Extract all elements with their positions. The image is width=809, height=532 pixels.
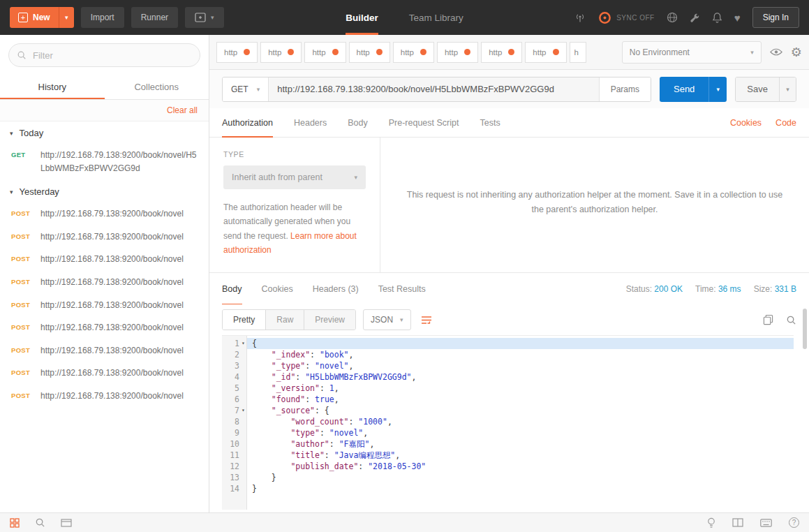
history-item[interactable]: POSThttp://192.168.79.138:9200/book/nove…	[0, 340, 209, 363]
request-tab-pre-request-script[interactable]: Pre-request Script	[389, 108, 459, 138]
response-tab-body[interactable]: Body	[222, 273, 242, 305]
code-line[interactable]: 10 "author": "F嘉阳",	[222, 438, 794, 450]
open-request-tab[interactable]: http	[304, 42, 346, 63]
history-item[interactable]: POSThttp://192.168.79.138:9200/book/nove…	[0, 226, 209, 249]
open-request-tab[interactable]: h	[570, 42, 586, 63]
response-tab-cookies[interactable]: Cookies	[262, 273, 293, 305]
code-line[interactable]: 14}	[222, 483, 794, 494]
history-item[interactable]: POSThttp://192.168.79.138:9200/book/nove…	[0, 249, 209, 272]
format-selector[interactable]: JSON ▾	[363, 309, 411, 330]
copy-response-button[interactable]	[763, 314, 773, 325]
view-mode-raw[interactable]: Raw	[265, 310, 304, 330]
history-item[interactable]: POSThttp://192.168.79.138:9200/book/nove…	[0, 362, 209, 385]
code-line[interactable]: 3 "_type": "novel",	[222, 360, 794, 371]
token: "2018-05-30"	[368, 461, 426, 471]
shortcuts-button[interactable]	[760, 519, 772, 527]
history-item[interactable]: POSThttp://192.168.79.138:9200/book/nove…	[0, 203, 209, 226]
code-line[interactable]: 1▾{	[222, 338, 794, 349]
vertical-scrollbar[interactable]	[803, 309, 807, 349]
history-item[interactable]: GEThttp://192.168.79.138:9200/book/novel…	[0, 145, 209, 180]
request-tab-headers[interactable]: Headers	[294, 108, 327, 138]
code-line[interactable]: 5 "_version": 1,	[222, 383, 794, 394]
response-tab-test-results[interactable]: Test Results	[378, 273, 426, 305]
code-line[interactable]: 13 }	[222, 472, 794, 483]
chevron-down-icon: ▾	[750, 49, 754, 56]
code-line[interactable]: 2 "_index": "book",	[222, 349, 794, 360]
sync-status[interactable]: SYNC OFF	[598, 10, 655, 25]
code-line[interactable]: 9 "type": "novel",	[222, 427, 794, 438]
send-button[interactable]: Send	[660, 77, 708, 102]
notifications-bell-icon[interactable]	[712, 12, 722, 23]
help-button[interactable]: ?	[789, 517, 799, 528]
response-body-editor[interactable]: 1▾{2 "_index": "book",3 "_type": "novel"…	[222, 335, 794, 510]
token: "book"	[320, 350, 349, 360]
clear-all-link[interactable]: Clear all	[167, 105, 198, 115]
new-dropdown-button[interactable]: ▾	[59, 7, 74, 28]
open-request-tab[interactable]: http	[437, 42, 478, 63]
signin-button[interactable]: Sign In	[752, 7, 799, 28]
send-dropdown-button[interactable]: ▾	[708, 77, 727, 102]
runner-button[interactable]: Runner	[131, 7, 178, 28]
auth-type-selector[interactable]: Inherit auth from parent ▾	[223, 165, 366, 189]
environment-selector[interactable]: No Environment ▾	[622, 41, 762, 64]
open-request-tab[interactable]: http	[525, 42, 566, 63]
new-button[interactable]: + New	[10, 7, 59, 28]
save-button[interactable]: Save	[736, 77, 779, 101]
code-line[interactable]: 12 "publish_date": "2018-05-30"	[222, 461, 794, 472]
settings-gear-icon[interactable]: ⚙	[791, 46, 802, 59]
nav-builder[interactable]: Builder	[346, 0, 378, 35]
global-search-button[interactable]	[35, 517, 45, 528]
history-item[interactable]: POSThttp://192.168.79.138:9200/book/nove…	[0, 317, 209, 340]
response-tabs: BodyCookiesHeaders (3)Test Results	[222, 273, 445, 304]
wrap-lines-button[interactable]	[421, 315, 432, 325]
open-request-tab[interactable]: http	[481, 42, 522, 63]
sidebar-toggle-button[interactable]	[10, 518, 20, 528]
cookies-link[interactable]: Cookies	[730, 118, 762, 128]
tips-button[interactable]	[707, 517, 715, 529]
fold-arrow-icon[interactable]: ▾	[239, 405, 247, 416]
history-item[interactable]: POSThttp://192.168.79.138:9200/book/nove…	[0, 295, 209, 318]
code-line[interactable]: 11 "title": "Java编程思想",	[222, 450, 794, 461]
import-button[interactable]: Import	[81, 7, 124, 28]
code-text: "title": "Java编程思想",	[247, 450, 794, 461]
proxy-antenna-icon[interactable]	[574, 13, 586, 23]
history-group-header[interactable]: ▾Yesterday	[0, 180, 209, 203]
two-pane-toggle-button[interactable]	[732, 518, 743, 527]
open-request-tab[interactable]: http	[216, 42, 258, 63]
params-button[interactable]: Params	[599, 77, 651, 101]
open-request-tab[interactable]: http	[393, 42, 434, 63]
view-mode-pretty[interactable]: Pretty	[223, 310, 265, 330]
environment-eye-icon[interactable]	[770, 47, 782, 57]
sidebar-tab-history[interactable]: History	[0, 75, 105, 99]
console-button[interactable]	[61, 519, 72, 527]
code-link[interactable]: Code	[775, 118, 796, 128]
response-tab-headers-3[interactable]: Headers (3)	[313, 273, 359, 305]
open-request-tab[interactable]: http	[260, 42, 302, 63]
search-response-button[interactable]	[786, 315, 796, 325]
dashboard-globe-icon[interactable]	[667, 12, 678, 23]
request-tab-body[interactable]: Body	[348, 108, 368, 138]
method-selector[interactable]: GET ▾	[223, 77, 269, 101]
view-mode-preview[interactable]: Preview	[304, 310, 355, 330]
request-tab-tests[interactable]: Tests	[480, 108, 500, 138]
open-request-tab[interactable]: http	[349, 42, 390, 63]
token: ,	[363, 428, 368, 438]
history-item[interactable]: POSThttp://192.168.79.138:9200/book/nove…	[0, 385, 209, 408]
save-dropdown-button[interactable]: ▾	[779, 77, 796, 101]
fold-arrow-icon[interactable]: ▾	[239, 338, 247, 349]
request-tab-authorization[interactable]: Authorization	[222, 108, 273, 138]
code-line[interactable]: 8 "word_count": "1000",	[222, 416, 794, 427]
code-line[interactable]: 7▾ "_source": {	[222, 405, 794, 416]
new-window-button[interactable]: ▾	[185, 7, 224, 28]
filter-input[interactable]	[8, 43, 200, 67]
sidebar-tab-collections[interactable]: Collections	[105, 75, 209, 99]
favorites-heart-icon[interactable]: ♥	[734, 13, 741, 23]
code-line[interactable]: 4 "_id": "H5LbbWMBzFxBPWV2GG9d",	[222, 371, 794, 383]
request-tabs: AuthorizationHeadersBodyPre-request Scri…	[222, 108, 521, 137]
url-input[interactable]: http://192.168.79.138:9200/book/novel/H5…	[269, 77, 598, 101]
code-line[interactable]: 6 "found": true,	[222, 394, 794, 405]
settings-wrench-icon[interactable]	[690, 13, 700, 23]
history-group-header[interactable]: ▾Today	[0, 121, 209, 145]
nav-team-library[interactable]: Team Library	[409, 0, 463, 35]
history-item[interactable]: POSThttp://192.168.79.138:9200/book/nove…	[0, 272, 209, 295]
